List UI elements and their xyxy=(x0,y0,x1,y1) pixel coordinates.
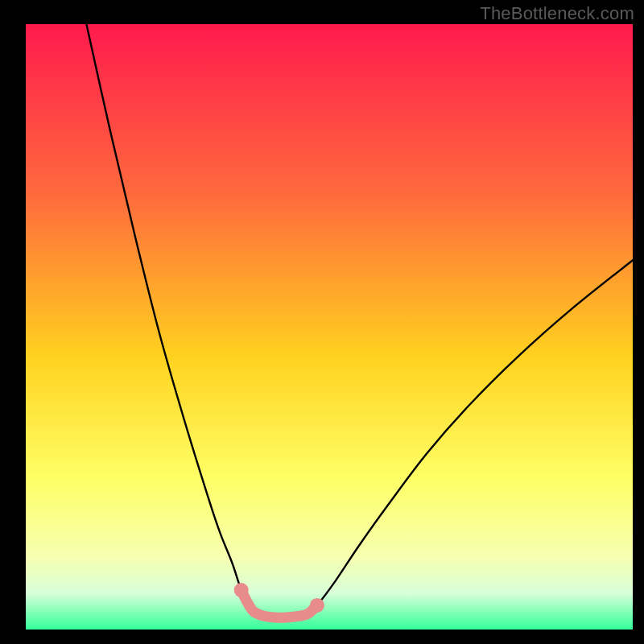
bottleneck-curve-chart xyxy=(0,0,644,644)
plot-background xyxy=(26,24,633,630)
highlight-endpoint-dot xyxy=(234,583,249,597)
chart-container: TheBottleneck.com xyxy=(0,0,644,644)
watermark-text: TheBottleneck.com xyxy=(480,3,634,24)
highlight-endpoint-dot xyxy=(310,598,324,613)
